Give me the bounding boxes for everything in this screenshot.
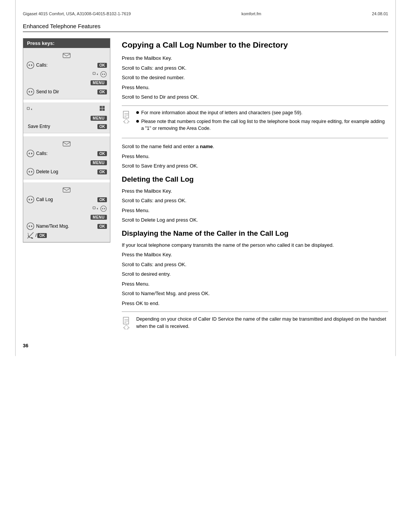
name-text-ok-badge: OK: [97, 224, 107, 229]
info-icon-svg: [122, 110, 131, 123]
display-intro: If your local telephone company transmit…: [122, 241, 388, 249]
calls-nav-icon: [26, 61, 35, 69]
svg-marker-8: [104, 73, 105, 75]
save-entry-ok-badge: OK: [97, 124, 107, 129]
nav-circle-icon-3: [26, 149, 35, 158]
nav-circle-small-4: [92, 205, 99, 212]
name-bold: name: [200, 144, 213, 149]
mailbox-key-row-2: [26, 139, 107, 149]
svg-rect-14: [100, 106, 102, 108]
svg-rect-17: [102, 109, 105, 111]
header-right: 24.08.01: [372, 11, 388, 16]
save-entry-label: Save Entry: [28, 124, 97, 129]
page-number: 36: [23, 343, 388, 348]
svg-marker-13: [31, 109, 32, 110]
svg-marker-11: [31, 91, 33, 93]
delete-log-label: Delete Log: [36, 169, 97, 174]
svg-marker-7: [102, 73, 103, 75]
display-step-2: Scroll to Calls: and press OK.: [122, 261, 388, 268]
display-step-6: Press OK to end.: [122, 300, 388, 307]
nav-circle-small-5: [100, 205, 107, 212]
svg-marker-5: [97, 73, 98, 75]
nav-circle-icon: [26, 61, 35, 69]
svg-marker-33: [104, 208, 105, 210]
menu-badge-3: MENU: [91, 160, 107, 165]
svg-point-34: [27, 223, 34, 230]
calls-ok-row: Calls: OK: [26, 60, 107, 70]
delete-step-1: Press the Mailbox Key.: [122, 187, 388, 195]
call-log-nav-icon: [26, 195, 35, 204]
phone-ok-row: / OK: [26, 231, 107, 240]
svg-marker-36: [31, 225, 33, 227]
calls-ok-badge-2: OK: [97, 151, 107, 156]
copy-step-1: Press the Mailbox Key.: [122, 54, 388, 62]
header-left: Gigaset 4015 Comfort, USA, A31008-G4015-…: [23, 11, 131, 16]
nav-circle-icon-2: [26, 88, 35, 96]
note-box-1: For more information about the input of …: [122, 105, 388, 139]
svg-marker-23: [29, 171, 30, 173]
copying-heading: Copying a Call Log Number to the Directo…: [122, 40, 388, 50]
svg-marker-27: [29, 198, 30, 201]
copy-step-3: Scroll to the desired number.: [122, 74, 388, 81]
note-content-1: For more information about the input of …: [136, 110, 388, 134]
note-content-2: Depending on your choice of Caller ID Se…: [136, 316, 388, 330]
svg-rect-0: [63, 53, 70, 58]
grid-icon-row: [26, 105, 107, 114]
svg-rect-29: [93, 207, 95, 209]
menu-row-3: MENU: [26, 158, 107, 167]
name-text-msg-label: Name/Text Msg.: [36, 224, 97, 229]
svg-point-22: [27, 168, 34, 175]
mailbox-icon-2: [62, 139, 71, 148]
copy-step-5: Scroll to Send to Dir and press OK.: [122, 93, 388, 101]
delete-step-2: Scroll to Calls: and press OK.: [122, 197, 388, 204]
phone-slash-ok: / OK: [26, 232, 47, 239]
display-step-1: Press the Mailbox Key.: [122, 251, 388, 259]
bullet-1: [136, 111, 139, 114]
press-keys-body: Calls: OK: [23, 48, 110, 242]
phone-icon-svg: [26, 232, 35, 239]
name-text-nav-icon: [26, 222, 35, 230]
menu-badge-1: MENU: [91, 80, 107, 85]
section-title: Enhanced Telephone Features: [23, 23, 388, 32]
nav-circle-small-2: [100, 71, 107, 78]
calls-nav-icon-2: [26, 149, 35, 158]
delete-step-3: Press Menu.: [122, 207, 388, 214]
nav-circle-small-1: [92, 71, 99, 78]
right-content: Copying a Call Log Number to the Directo…: [118, 38, 388, 335]
menu-row-4: MENU: [26, 213, 107, 221]
svg-marker-35: [29, 225, 30, 227]
svg-point-9: [27, 88, 34, 95]
note-item-1: For more information about the input of …: [136, 110, 388, 117]
slash-label: /: [35, 233, 37, 238]
calls-label-2: Calls:: [36, 151, 97, 156]
double-nav-row: [26, 70, 107, 78]
note-icon-1: [122, 110, 132, 125]
info-icon-svg-2: [122, 316, 131, 329]
header-center: komfort.fm: [241, 11, 261, 16]
svg-marker-32: [102, 208, 103, 210]
svg-point-1: [27, 62, 34, 69]
send-to-dir-ok-badge: OK: [97, 89, 107, 94]
deleting-heading: Deleting the Call Log: [122, 175, 388, 184]
displaying-heading: Displaying the Name of the Caller in the…: [122, 229, 388, 238]
svg-point-6: [101, 72, 107, 77]
double-nav-icons: [92, 71, 107, 78]
svg-rect-16: [100, 109, 102, 111]
calls-label: Calls:: [36, 62, 97, 68]
separator-3: [23, 179, 110, 182]
double-nav-row-2: [26, 204, 107, 213]
nav-circle-small-3: [26, 106, 33, 113]
note-text-1: For more information about the input of …: [141, 110, 303, 117]
save-entry-row: Save Entry OK: [26, 122, 107, 131]
svg-marker-3: [31, 64, 33, 66]
note-box-2: Depending on your choice of Caller ID Se…: [122, 312, 388, 335]
delete-step-4: Scroll to Delete Log and press OK.: [122, 216, 388, 224]
press-keys-header: Press keys:: [23, 38, 110, 48]
copy-section-keys: Calls: OK: [23, 48, 110, 99]
svg-rect-25: [63, 188, 70, 192]
copy-step-2: Scroll to Calls: and press OK.: [122, 64, 388, 72]
double-nav-icons-2: [92, 205, 107, 212]
calls-ok-row-2: Calls: OK: [26, 149, 107, 158]
menu-row-2: MENU: [26, 114, 107, 122]
svg-rect-18: [63, 142, 70, 146]
